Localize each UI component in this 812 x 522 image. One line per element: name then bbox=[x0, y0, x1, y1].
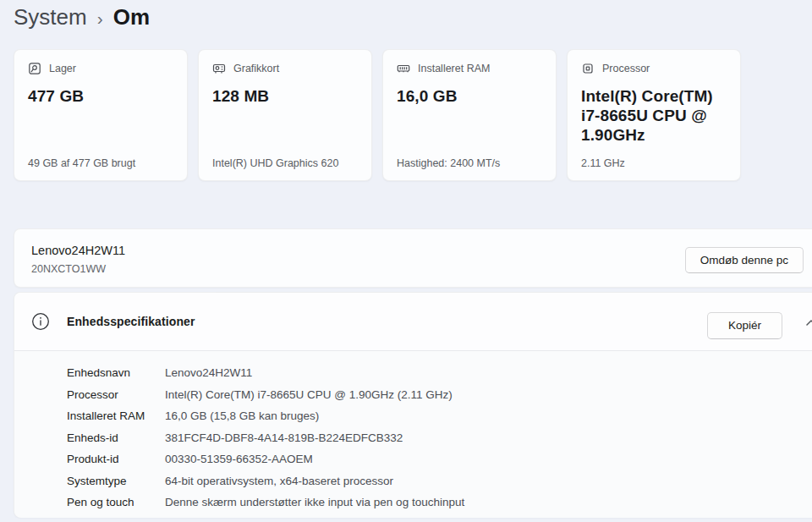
card-caption: Hastighed: 2400 MT/s bbox=[397, 157, 547, 169]
spec-row-pen-og-touch: Pen og touch Denne skærm understøtter ik… bbox=[14, 492, 812, 514]
spec-value: 16,0 GB (15,8 GB kan bruges) bbox=[165, 409, 319, 422]
card-value: 128 MB bbox=[212, 86, 358, 106]
card-label: Grafikkort bbox=[233, 63, 279, 74]
card-caption: 49 GB af 477 GB brugt bbox=[28, 157, 178, 169]
spec-value: 00330-51359-66352-AAOEM bbox=[165, 453, 313, 465]
ram-icon bbox=[397, 62, 410, 75]
spec-value: 64-bit operativsystem, x64-baseret proce… bbox=[165, 475, 393, 487]
spec-label: Produkt-id bbox=[14, 453, 165, 465]
breadcrumb-system[interactable]: System bbox=[14, 4, 87, 30]
cpu-icon bbox=[581, 62, 595, 75]
device-name-panel: Lenovo24H2W11 20NXCTO1WW Omdøb denne pc bbox=[14, 228, 812, 288]
card-label: Lager bbox=[49, 63, 76, 74]
card-value: Intel(R) Core(TM) i7-8665U CPU @ 1.90GHz bbox=[581, 86, 727, 146]
card-value: 477 GB bbox=[28, 86, 173, 106]
card-storage: Lager 477 GB 49 GB af 477 GB brugt bbox=[14, 49, 188, 181]
specs-table: Enhedsnavn Lenovo24H2W11 Processor Intel… bbox=[14, 351, 812, 518]
breadcrumb-chevron-icon: › bbox=[97, 7, 103, 29]
spec-value: Denne skærm understøtter ikke input via … bbox=[165, 496, 464, 508]
page-title: Om bbox=[113, 4, 150, 30]
card-caption: 2.11 GHz bbox=[581, 157, 732, 169]
device-model: 20NXCTO1WW bbox=[31, 263, 106, 275]
copy-button[interactable]: Kopiér bbox=[707, 312, 782, 339]
spec-row-enheds-id: Enheds-id 381FCF4D-DBF8-4A14-819B-B224ED… bbox=[14, 427, 812, 449]
spec-value: 381FCF4D-DBF8-4A14-819B-B224EDFCB332 bbox=[165, 431, 403, 444]
spec-row-systemtype: Systemtype 64-bit operativsystem, x64-ba… bbox=[14, 470, 812, 492]
spec-row-enhedsnavn: Enhedsnavn Lenovo24H2W11 bbox=[14, 362, 812, 384]
card-label: Installeret RAM bbox=[418, 63, 490, 74]
gpu-icon bbox=[212, 62, 226, 75]
spec-label: Processor bbox=[14, 388, 165, 401]
card-value: 16,0 GB bbox=[397, 86, 542, 106]
spec-label: Enheds-id bbox=[14, 431, 165, 444]
specs-title: Enhedsspecifikationer bbox=[67, 315, 195, 328]
card-ram: Installeret RAM 16,0 GB Hastighed: 2400 … bbox=[382, 49, 557, 181]
card-label: Processor bbox=[602, 63, 650, 74]
spec-label: Systemtype bbox=[14, 475, 165, 487]
device-specifications-panel: Enhedsspecifikationer Kopiér Enhedsnavn … bbox=[14, 292, 812, 518]
rename-pc-button[interactable]: Omdøb denne pc bbox=[685, 247, 804, 273]
storage-icon bbox=[28, 62, 41, 75]
card-processor: Processor Intel(R) Core(TM) i7-8665U CPU… bbox=[567, 49, 741, 181]
card-graphics: Grafikkort 128 MB Intel(R) UHD Graphics … bbox=[198, 49, 372, 181]
spec-value: Intel(R) Core(TM) i7-8665U CPU @ 1.90GHz… bbox=[165, 388, 453, 401]
card-caption: Intel(R) UHD Graphics 620 bbox=[212, 157, 363, 169]
chevron-up-icon[interactable] bbox=[805, 316, 812, 327]
spec-row-produkt-id: Produkt-id 00330-51359-66352-AAOEM bbox=[14, 448, 812, 470]
spec-row-installeret-ram: Installeret RAM 16,0 GB (15,8 GB kan bru… bbox=[14, 405, 812, 427]
device-name: Lenovo24H2W11 bbox=[31, 244, 125, 257]
spec-value: Lenovo24H2W11 bbox=[165, 366, 252, 379]
spec-label: Enhedsnavn bbox=[14, 366, 165, 379]
spec-row-processor: Processor Intel(R) Core(TM) i7-8665U CPU… bbox=[14, 384, 812, 406]
info-icon bbox=[31, 312, 50, 331]
spec-label: Pen og touch bbox=[14, 496, 165, 508]
specs-expander-header[interactable]: Enhedsspecifikationer Kopiér bbox=[14, 293, 812, 350]
breadcrumb: System › Om bbox=[14, 4, 150, 30]
spec-label: Installeret RAM bbox=[14, 409, 165, 422]
